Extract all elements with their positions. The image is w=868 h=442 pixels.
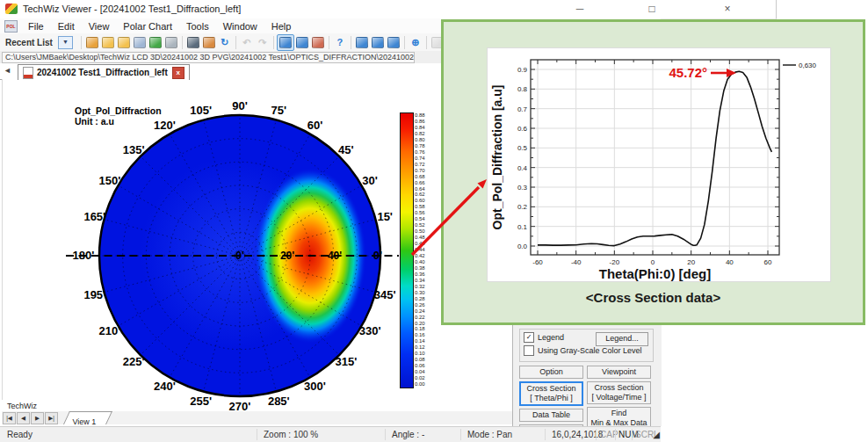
paste-icon <box>203 37 215 48</box>
cross-section-voltage-time-button[interactable]: Cross Section[ Voltage/Time ] <box>587 381 651 404</box>
close-button[interactable]: × <box>714 1 741 17</box>
cs-x-tick-label: 0 <box>651 258 655 266</box>
toolbar-separator <box>235 36 236 49</box>
minimize-button[interactable]: ─ <box>567 1 593 17</box>
snapshot-icon <box>187 37 199 48</box>
button-label: Cross Section <box>588 383 650 393</box>
menu-item-tools[interactable]: Tools <box>179 21 216 32</box>
import-data-icon <box>149 37 162 48</box>
techwiz-row: TechWiz <box>2 400 512 412</box>
tile-vertical-icon[interactable] <box>386 35 401 50</box>
legend-checkbox[interactable]: ✓ <box>524 332 534 343</box>
cross-section-chart: -60-40-2002040600.00.10.20.30.40.50.60.7… <box>488 48 830 281</box>
colorbar-tick-label: 0.36 <box>415 272 425 277</box>
legend-checkbox-label: Legend <box>538 333 564 342</box>
menu-item-polar-chart[interactable]: Polar Chart <box>116 21 179 32</box>
data-table-button[interactable]: Data Table <box>519 409 583 422</box>
colorbar-tick-label: 0.32 <box>415 284 425 289</box>
cs-x-tick-label: -60 <box>532 258 543 266</box>
menu-item-file[interactable]: File <box>21 21 51 32</box>
toolbar-separator <box>426 36 427 49</box>
open-folder-icon[interactable] <box>84 35 100 50</box>
cs-y-tick-label: 0.0 <box>517 243 528 250</box>
menu-item-help[interactable]: Help <box>264 21 299 32</box>
save-icon[interactable] <box>132 35 148 50</box>
tile-horizontal-icon[interactable] <box>370 35 386 50</box>
new-folder-icon <box>102 37 114 48</box>
title-bar: TechWiz Viewer - [20241002 Test1_Diffrac… <box>0 0 777 19</box>
colorbar-tick-label: 0.02 <box>415 375 425 380</box>
grayscale-checkbox-label: Using Gray-Scale Color Level <box>538 346 642 355</box>
menu-item-edit[interactable]: Edit <box>51 21 82 32</box>
colorbar-tick-label: 0.60 <box>415 198 425 203</box>
cs-y-tick-label: 0.7 <box>517 105 528 113</box>
document-tab[interactable]: 20241002 Test1_Diffraction_left x <box>18 64 190 80</box>
menu-item-window[interactable]: Window <box>216 21 264 32</box>
colorbar-tick-label: 0.78 <box>415 143 425 149</box>
cascade-windows-icon[interactable] <box>354 35 370 50</box>
button-label: Find <box>588 409 650 418</box>
refresh-icon: ↻ <box>221 38 228 47</box>
button-label: [ Theta/Phi ] <box>521 394 582 403</box>
last-view-icon[interactable]: ▶| <box>45 412 58 424</box>
cs-ylabel: Opt_Pol_Diffraction [a.u] <box>490 85 504 230</box>
colorbar-tick-label: 0.70 <box>415 168 425 173</box>
toolbar-separator <box>351 36 351 49</box>
cs-y-tick-label: 0.5 <box>517 144 528 152</box>
undo-icon: ↶ <box>242 38 250 47</box>
web-icon: ⊕ <box>411 38 419 47</box>
cs-y-tick-label: 0.4 <box>517 164 528 172</box>
option-button[interactable]: Option <box>519 366 583 379</box>
folder-icon[interactable] <box>116 35 132 50</box>
toolbar-separator <box>182 36 183 49</box>
colorbar-tick-label: 0.12 <box>415 344 425 350</box>
tab-nav-left-icon[interactable]: ◄ <box>4 66 11 75</box>
new-folder-icon[interactable] <box>100 35 116 50</box>
cs-y-tick-label: 0.8 <box>517 85 528 93</box>
single-view-icon[interactable] <box>277 34 294 51</box>
view-tab[interactable]: View 1 <box>63 411 112 424</box>
redo-icon: ↷ <box>258 38 266 47</box>
cross-section-caption: <Cross Section data> <box>444 290 863 305</box>
redo-icon[interactable]: ↷ <box>255 35 271 50</box>
help-icon[interactable]: ? <box>332 35 348 50</box>
report-view-icon[interactable] <box>310 35 326 50</box>
maximize-button[interactable]: □ <box>639 1 665 17</box>
polar-chart-title: Opt_Pol_Diffraction Unit : a.u <box>75 105 162 127</box>
viewpoint-button[interactable]: Viewpoint <box>587 366 651 379</box>
paste-icon[interactable] <box>201 35 217 50</box>
prev-view-icon[interactable]: ◀ <box>17 412 30 424</box>
first-view-icon[interactable]: |◀ <box>3 412 16 424</box>
colorbar-tick-label: 0.00 <box>415 381 425 387</box>
status-ready: Ready <box>7 430 33 439</box>
app-logo-icon <box>5 4 18 14</box>
tab-close-icon[interactable]: x <box>172 67 184 79</box>
import-data-icon[interactable] <box>148 35 163 50</box>
resize-grip[interactable]: ◢ <box>653 430 660 439</box>
legend-button[interactable]: Legend... <box>596 332 648 346</box>
colorbar-tick-label: 0.86 <box>415 119 425 124</box>
cs-curve <box>538 71 771 245</box>
dual-view-icon[interactable] <box>294 35 310 50</box>
recent-list-dropdown[interactable]: ▼ <box>58 36 73 49</box>
grayscale-checkbox[interactable] <box>524 345 534 356</box>
colorbar-tick-label: 0.10 <box>415 351 425 356</box>
refresh-icon[interactable]: ↻ <box>217 35 233 50</box>
colorbar-tick-label: 0.20 <box>415 321 425 326</box>
cs-y-tick-label: 0.1 <box>517 223 528 231</box>
cross-section-theta-phi-button[interactable]: Cross Section[ Theta/Phi ] <box>519 381 583 406</box>
next-view-icon[interactable]: ▶ <box>31 412 44 424</box>
undo-icon[interactable]: ↶ <box>239 35 255 50</box>
polar-chart-unit: Unit : a.u <box>75 116 162 127</box>
export-data-icon[interactable] <box>163 35 179 50</box>
button-label: Data Table <box>520 410 582 420</box>
toolbar-separator <box>404 36 405 49</box>
web-icon[interactable]: ⊕ <box>408 35 423 50</box>
colorbar-tick-label: 0.16 <box>415 332 425 337</box>
colorbar-tick-label: 0.46 <box>415 241 425 246</box>
colorbar-tick-label: 0.80 <box>415 137 425 142</box>
folder-icon <box>118 37 130 48</box>
colorbar-tick-label: 0.52 <box>415 222 425 228</box>
snapshot-icon[interactable] <box>185 35 201 50</box>
menu-item-view[interactable]: View <box>82 21 117 32</box>
